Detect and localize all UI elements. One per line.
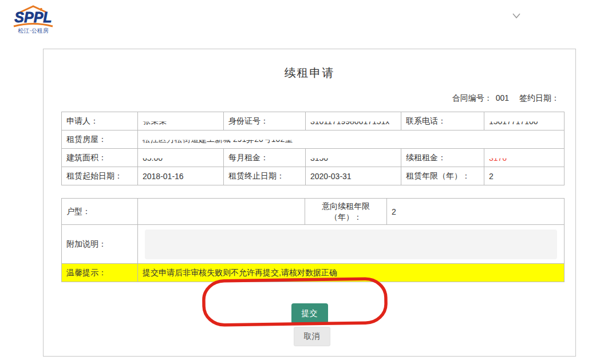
lease-start-value: 2018-01-16 (138, 167, 224, 185)
table-row: 租赁房屋： 松江区方松街道建工新城 291弄20号102室 (62, 130, 565, 149)
lease-end-value: 2020-03-31 (306, 167, 401, 185)
warm-tip-label: 温馨提示： (62, 264, 138, 282)
rental-house-value: 松江区方松街道建工新城 291弄20号102室 (138, 130, 565, 149)
submit-button[interactable]: 提交 (291, 303, 328, 324)
renewal-application-page: SPPL 松江·公租房 续租申请 合同编号：001签约日期： 申请人： 张某某 … (0, 0, 592, 364)
table-row: 户型： 意向续租年限 （年）： 2 (62, 199, 565, 225)
warm-tip-message: 提交申请后非审核失败则不允许再提交,请核对数据正确 (138, 264, 565, 282)
table-row: 申请人： 张某某 身份证号： 31011719980617151x 联系电话： … (62, 112, 565, 130)
lease-info-table: 申请人： 张某某 身份证号： 31011719980617151x 联系电话： … (61, 112, 565, 185)
contract-meta: 合同编号：001签约日期： (44, 93, 563, 104)
applicant-value: 张某某 (138, 112, 224, 130)
contract-no-label: 合同编号： (452, 93, 492, 102)
chevron-down-icon[interactable] (511, 11, 522, 18)
page-title: 续租申请 (44, 65, 575, 81)
lease-years-value: 2 (484, 167, 565, 185)
sign-date-label: 签约日期： (519, 93, 559, 102)
rental-house-label: 租赁房屋： (62, 130, 138, 149)
monthly-rent-value: 3150 (306, 149, 401, 167)
logo-brand-text: SPPL (14, 9, 52, 25)
cancel-button[interactable]: 取消 (294, 327, 330, 346)
lease-years-label: 租赁年限（年）： (401, 167, 484, 185)
additional-notes-cell (138, 225, 565, 264)
id-number-value: 31011719980617151x (306, 112, 401, 130)
button-area: 提交 取消 (44, 303, 575, 346)
phone-value: 15017717100 (484, 112, 565, 130)
building-area-value: 65.00 (138, 149, 224, 167)
additional-notes-label: 附加说明： (62, 225, 138, 264)
lease-end-label: 租赁终止日期： (224, 167, 306, 185)
renewal-form-table: 户型： 意向续租年限 （年）： 2 附加说明： 温馨提示： 提交申请后非审核失败… (61, 198, 565, 282)
monthly-rent-label: 每月租金： (224, 149, 306, 167)
table-row: 附加说明： (62, 225, 565, 264)
additional-notes-textarea[interactable] (145, 230, 557, 259)
applicant-label: 申请人： (62, 112, 138, 130)
renewal-rent-label: 续租租金： (401, 149, 484, 167)
contract-no-value: 001 (496, 93, 509, 102)
renewal-years-label: 意向续租年限 （年）： (305, 199, 387, 225)
lease-start-label: 租赁起始日期： (62, 167, 138, 185)
table-row: 租赁起始日期： 2018-01-16 租赁终止日期： 2020-03-31 租赁… (62, 167, 565, 185)
phone-label: 联系电话： (401, 112, 484, 130)
building-area-label: 建筑面积： (62, 149, 138, 167)
renewal-years-value: 2 (387, 199, 565, 225)
renewal-rent-value: 3176 (484, 149, 565, 167)
id-number-label: 身份证号： (224, 112, 306, 130)
table-row: 温馨提示： 提交申请后非审核失败则不允许再提交,请核对数据正确 (62, 264, 565, 282)
table-row: 建筑面积： 65.00 每月租金： 3150 续租租金： 3176 (62, 149, 565, 167)
unit-type-label: 户型： (62, 199, 138, 225)
sppl-logo[interactable]: SPPL 松江·公租房 (7, 5, 60, 34)
unit-type-value (138, 199, 305, 225)
renewal-form-card: 续租申请 合同编号：001签约日期： 申请人： 张某某 身份证号： 310117… (43, 49, 576, 357)
logo-subtitle-text: 松江·公租房 (18, 27, 48, 34)
